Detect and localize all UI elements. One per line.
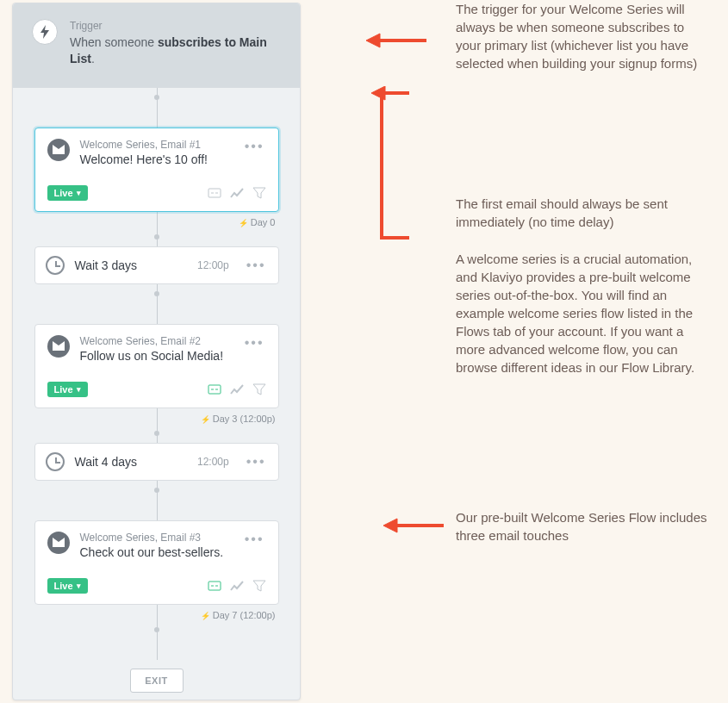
trigger-node[interactable]: Trigger When someone subscribes to Main … xyxy=(13,3,300,88)
annotation-text: The trigger for your Welcome Series will… xyxy=(456,0,709,72)
flow-canvas: Trigger When someone subscribes to Main … xyxy=(12,3,301,700)
mail-icon xyxy=(47,335,70,358)
arrow-icon xyxy=(366,30,426,51)
status-badge[interactable]: Live xyxy=(47,578,88,594)
analytics-icon[interactable] xyxy=(230,580,244,592)
timing-stamp: Day 7 (12:00p) xyxy=(34,605,279,620)
svg-marker-5 xyxy=(371,86,385,100)
more-icon[interactable]: ••• xyxy=(243,335,266,363)
trigger-label: Trigger xyxy=(70,19,281,33)
svg-rect-2 xyxy=(208,582,221,590)
svg-rect-1 xyxy=(208,385,221,394)
svg-rect-0 xyxy=(208,189,221,197)
annotation-column: The trigger for your Welcome Series will… xyxy=(335,0,728,703)
mail-icon xyxy=(47,139,70,161)
svg-marker-7 xyxy=(383,519,397,532)
clock-icon xyxy=(46,256,65,275)
email-subject: Welcome! Here's 10 off! xyxy=(80,152,233,166)
email-name: Welcome Series, Email #1 xyxy=(80,139,233,151)
status-badge[interactable]: Live xyxy=(47,382,88,397)
filter-icon[interactable] xyxy=(252,580,266,592)
annotation-text: The first email should always be sent im… xyxy=(456,195,709,231)
connector-dot xyxy=(154,431,159,436)
arrow-icon xyxy=(383,515,444,536)
connector-dot xyxy=(154,291,159,296)
connector-dot xyxy=(154,488,159,493)
ab-test-icon[interactable] xyxy=(208,580,221,592)
ab-test-icon[interactable] xyxy=(208,383,221,395)
connector-dot xyxy=(154,627,159,632)
wait-label: Wait 4 days xyxy=(75,455,187,469)
email-subject: Check out our best-sellers. xyxy=(80,545,233,559)
more-icon[interactable]: ••• xyxy=(243,532,266,559)
filter-icon[interactable] xyxy=(252,187,266,199)
trigger-text: Trigger When someone subscribes to Main … xyxy=(70,19,281,67)
wait-time: 12:00p xyxy=(197,259,229,271)
analytics-icon[interactable] xyxy=(230,187,244,199)
email-subject: Follow us on Social Media! xyxy=(80,349,233,363)
annotation-text: Our pre-built Welcome Series Flow includ… xyxy=(456,508,709,544)
exit-button[interactable]: EXIT xyxy=(130,669,184,693)
timing-stamp: Day 3 (12:00p) xyxy=(34,408,279,424)
email-name: Welcome Series, Email #2 xyxy=(80,335,233,347)
clock-icon xyxy=(46,452,65,471)
status-badge[interactable]: Live xyxy=(47,185,88,201)
svg-marker-4 xyxy=(366,34,380,47)
connector-dot xyxy=(154,234,159,240)
ab-test-icon[interactable] xyxy=(208,187,221,199)
annotation-text: A welcome series is a crucial automation… xyxy=(456,250,709,376)
wait-node-1[interactable]: Wait 3 days 12:00p ••• xyxy=(34,246,279,284)
wait-time: 12:00p xyxy=(197,456,229,468)
arrow-icon xyxy=(371,86,409,241)
wait-label: Wait 3 days xyxy=(75,258,187,272)
lightning-icon xyxy=(32,19,58,45)
more-icon[interactable]: ••• xyxy=(243,139,266,166)
more-icon[interactable]: ••• xyxy=(245,258,268,273)
more-icon[interactable]: ••• xyxy=(245,454,268,470)
email-name: Welcome Series, Email #3 xyxy=(80,532,233,544)
timing-stamp: Day 0 xyxy=(34,212,279,227)
filter-icon[interactable] xyxy=(252,383,266,395)
email-node-2[interactable]: Welcome Series, Email #2 Follow us on So… xyxy=(34,324,279,408)
analytics-icon[interactable] xyxy=(230,383,244,395)
email-node-3[interactable]: Welcome Series, Email #3 Check out our b… xyxy=(34,520,279,605)
connector-dot xyxy=(154,95,159,100)
email-node-1[interactable]: Welcome Series, Email #1 Welcome! Here's… xyxy=(34,128,279,212)
wait-node-2[interactable]: Wait 4 days 12:00p ••• xyxy=(34,443,279,481)
mail-icon xyxy=(47,532,70,554)
